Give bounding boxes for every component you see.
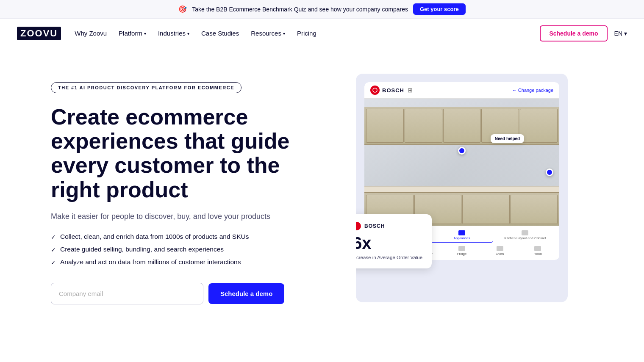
email-input[interactable]	[51, 283, 203, 304]
need-helped-tooltip: Need helped	[491, 134, 524, 143]
hero-left: THE #1 AI PRODUCT DISCOVERY PLATFORM FOR…	[51, 74, 339, 304]
cabinet-door	[366, 109, 404, 143]
feature-text-3: Analyze and act on data from millions of…	[60, 258, 241, 266]
cabinet-upper	[364, 107, 559, 145]
nav-link-pricing[interactable]: Pricing	[297, 30, 316, 37]
language-selector[interactable]: EN ▾	[614, 30, 627, 37]
hood-icon	[534, 246, 541, 251]
feature-list: ✓ Collect, clean, and enrich data from 1…	[51, 233, 339, 266]
check-icon: ✓	[51, 234, 56, 240]
chevron-down-icon: ▾	[144, 31, 146, 36]
hero-badge: THE #1 AI PRODUCT DISCOVERY PLATFORM FOR…	[51, 82, 242, 93]
cabinet-door	[520, 109, 558, 143]
expand-icon: ⊞	[408, 87, 413, 94]
bottom-nav-label: Appliances	[453, 236, 470, 240]
bosch-circle-icon	[370, 86, 380, 95]
svg-point-0	[373, 88, 377, 92]
nav-item-platform[interactable]: Platform ▾	[119, 30, 146, 37]
nav-link-platform[interactable]: Platform ▾	[119, 30, 146, 37]
bottom-nav-appliances[interactable]: Appliances	[431, 229, 492, 243]
stat-card-header: BOSCH	[356, 222, 422, 230]
fridge-label: Fridge	[457, 252, 467, 256]
bosch-logo: BOSCH	[370, 86, 404, 95]
feature-item-1: ✓ Collect, clean, and enrich data from 1…	[51, 233, 339, 240]
nav-link-industries[interactable]: Industries ▾	[158, 30, 189, 37]
get-score-button[interactable]: Get your score	[413, 3, 466, 15]
nav-links: Why Zoovu Platform ▾ Industries ▾ Case S…	[75, 30, 316, 37]
stat-bosch-circle-icon	[356, 222, 361, 230]
cta-row: Schedule a demo	[51, 283, 339, 304]
cabinet-door	[405, 109, 442, 143]
chevron-down-icon: ▾	[283, 31, 285, 36]
bottom-nav-icon	[522, 230, 528, 235]
hero-section: THE #1 AI PRODUCT DISCOVERY PLATFORM FOR…	[0, 48, 644, 359]
chevron-down-icon: ▾	[624, 30, 627, 37]
countertop	[364, 186, 559, 192]
cabinet-door	[462, 195, 510, 224]
bottom-nav-icon	[458, 230, 465, 235]
target-icon: 🎯	[178, 5, 187, 13]
navbar: ZOOVU Why Zoovu Platform ▾ Industries ▾	[0, 19, 644, 48]
announcement-text: Take the B2B Ecommerce Benchmark Quiz an…	[192, 6, 408, 13]
cabinet-door	[511, 195, 558, 224]
change-package-link[interactable]: ← Change package	[512, 88, 553, 93]
feature-text-2: Create guided selling, bundling, and sea…	[60, 246, 224, 253]
oven-icon	[497, 246, 503, 251]
hood-label: Hood	[534, 252, 542, 256]
nav-item-resources[interactable]: Resources ▾	[251, 30, 285, 37]
nav-item-pricing[interactable]: Pricing	[297, 30, 316, 37]
radio-button-right[interactable]	[546, 169, 553, 176]
nav-left: ZOOVU Why Zoovu Platform ▾ Industries ▾	[17, 27, 316, 40]
appliance-oven[interactable]: Oven	[482, 244, 518, 257]
stat-brand-name: BOSCH	[364, 223, 385, 229]
nav-item-case-studies[interactable]: Case Studies	[201, 30, 239, 37]
bottom-nav-label: Kitchen Layout and Cabinet	[504, 236, 546, 240]
check-icon: ✓	[51, 259, 56, 266]
stat-number: 6x	[356, 235, 422, 251]
logo-text: ZOOVU	[17, 27, 61, 40]
feature-item-2: ✓ Create guided selling, bundling, and s…	[51, 246, 339, 253]
stat-card: BOSCH 6x increase in Average Order Value	[356, 214, 432, 268]
bottom-nav-kitchen-layout[interactable]: Kitchen Layout and Cabinet	[494, 229, 556, 243]
announcement-bar: 🎯 Take the B2B Ecommerce Benchmark Quiz …	[0, 0, 644, 19]
fridge-icon	[458, 246, 465, 251]
appliance-fridge[interactable]: Fridge	[444, 244, 480, 257]
hero-illustration: BOSCH ⊞ ← Change package	[356, 74, 568, 302]
nav-link-why-zoovu[interactable]: Why Zoovu	[75, 30, 107, 37]
nav-link-case-studies[interactable]: Case Studies	[201, 30, 239, 37]
nav-link-resources[interactable]: Resources ▾	[251, 30, 285, 37]
mockup-header-left: BOSCH ⊞	[370, 86, 413, 95]
radio-button-left[interactable]	[458, 147, 466, 155]
bosch-brand-name: BOSCH	[382, 87, 404, 94]
nav-item-why-zoovu[interactable]: Why Zoovu	[75, 30, 107, 37]
schedule-demo-cta-button[interactable]: Schedule a demo	[208, 283, 284, 304]
kitchen-image: Need helped	[364, 99, 559, 226]
logo[interactable]: ZOOVU	[17, 27, 61, 40]
schedule-demo-button[interactable]: Schedule a demo	[540, 25, 607, 41]
hero-title: Create ecommerce experiences that guide …	[51, 105, 314, 202]
feature-text-1: Collect, clean, and enrich data from 100…	[60, 233, 249, 240]
chevron-down-icon: ▾	[187, 31, 189, 36]
language-label: EN	[614, 30, 622, 37]
nav-right: Schedule a demo EN ▾	[540, 25, 627, 41]
mockup-header: BOSCH ⊞ ← Change package	[364, 82, 559, 99]
stat-description: increase in Average Order Value	[356, 254, 422, 261]
oven-label: Oven	[496, 252, 504, 256]
nav-item-industries[interactable]: Industries ▾	[158, 30, 189, 37]
cabinet-door	[443, 109, 481, 143]
feature-item-3: ✓ Analyze and act on data from millions …	[51, 258, 339, 266]
appliance-hood[interactable]: Hood	[519, 244, 556, 257]
check-icon: ✓	[51, 246, 56, 253]
hero-subtitle: Make it easier for people to discover, b…	[51, 212, 339, 221]
